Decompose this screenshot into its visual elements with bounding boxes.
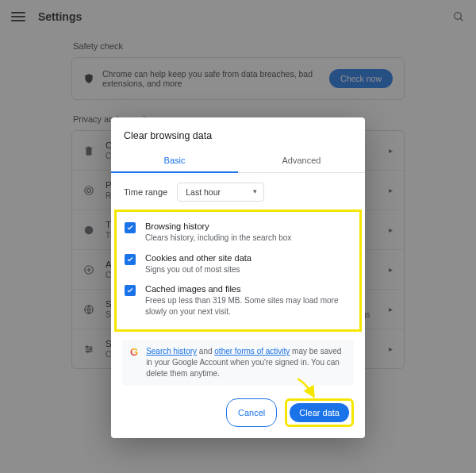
clear-data-dialog: Clear browsing data Basic Advanced Time …: [111, 117, 365, 438]
checkbox-checked-icon[interactable]: [125, 222, 136, 233]
highlight-annotation-clear-button: Clear data: [285, 398, 354, 427]
option-cookies[interactable]: Cookies and other site data Signs you ou…: [125, 248, 351, 280]
option-sub: Signs you out of most sites: [145, 264, 351, 275]
tab-basic[interactable]: Basic: [111, 149, 238, 173]
highlight-annotation-options: Browsing history Clears history, includi…: [114, 210, 362, 332]
tab-advanced[interactable]: Advanced: [238, 149, 365, 172]
option-title: Cookies and other site data: [145, 253, 351, 263]
dialog-button-row: Cancel Clear data: [111, 386, 365, 427]
cancel-button[interactable]: Cancel: [226, 398, 277, 427]
option-sub: Clears history, including in the search …: [145, 233, 351, 244]
option-browsing-history[interactable]: Browsing history Clears history, includi…: [125, 217, 351, 248]
account-note: G Search history and other forms of acti…: [122, 340, 354, 386]
time-range-row: Time range Last hour: [111, 173, 365, 210]
note-text: Search history and other forms of activi…: [146, 346, 346, 379]
dialog-tabs: Basic Advanced: [111, 149, 365, 173]
dialog-title: Clear browsing data: [111, 117, 365, 149]
link-other-activity[interactable]: other forms of activity: [214, 347, 290, 356]
option-title: Browsing history: [145, 221, 351, 231]
time-range-label: Time range: [124, 187, 167, 197]
option-cache[interactable]: Cached images and files Frees up less th…: [125, 279, 351, 321]
checkbox-checked-icon[interactable]: [125, 254, 136, 265]
time-range-select[interactable]: Last hour: [177, 183, 264, 202]
option-sub: Frees up less than 319 MB. Some sites ma…: [145, 295, 351, 317]
link-search-history[interactable]: Search history: [146, 347, 197, 356]
clear-data-button[interactable]: Clear data: [290, 403, 349, 422]
option-title: Cached images and files: [145, 284, 351, 294]
checkbox-checked-icon[interactable]: [125, 285, 136, 296]
google-logo-icon: G: [130, 346, 138, 358]
